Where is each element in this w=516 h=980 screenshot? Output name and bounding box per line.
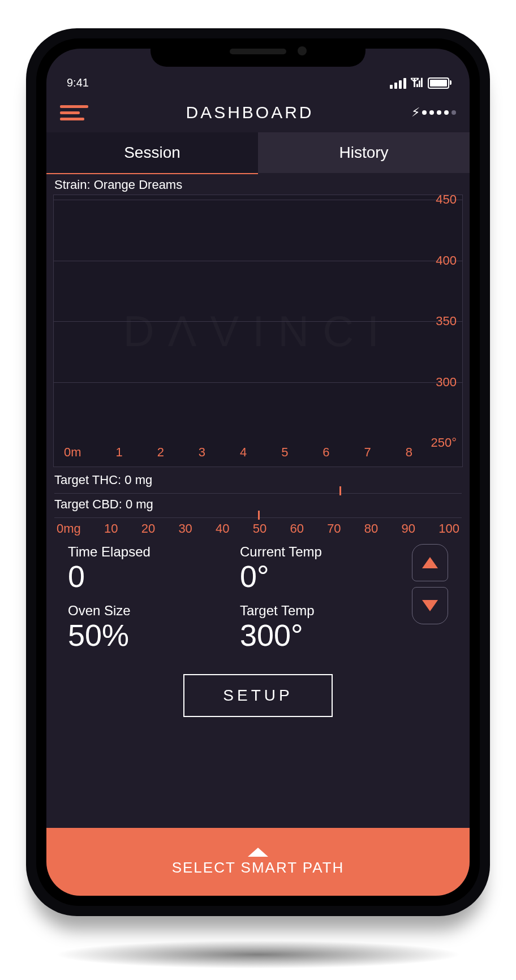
device-shadow [54,940,462,969]
target-cbd-track[interactable] [54,512,462,518]
chart-x-tick: 7 [364,445,371,460]
signal-icon [390,78,406,89]
target-sliders: Target THC: 0 mg Target CBD: 0 mg 0mg102… [46,467,470,536]
temperature-chart: DΛVINCI 0m12345678 250°300350400450 [53,195,463,467]
chart-x-tick: 6 [322,445,329,460]
chart-x-tick: 5 [281,445,288,460]
setup-button[interactable]: SETUP [183,674,333,717]
target-cbd-label: Target CBD: 0 mg [54,497,462,512]
mg-scale-tick: 80 [364,521,378,536]
chart-y-tick: 450 [436,192,457,207]
app-screen: 9:41 📶︎ DASHBOARD ⚡︎ [46,49,470,896]
chart-x-tick: 2 [157,445,164,460]
tab-session[interactable]: Session [46,132,258,173]
current-temp-value: 0° [240,559,401,594]
arrow-up-icon [422,557,438,568]
strain-label: Strain: Orange Dreams [46,173,470,195]
chart-y-tick: 250° [431,435,457,450]
target-temp-value: 300° [240,618,401,653]
mg-scale-tick: 40 [216,521,229,536]
mg-scale: 0mg102030405060708090100 [54,519,462,536]
wifi-icon: 📶︎ [411,77,423,89]
time-elapsed-value: 0 [68,559,229,594]
charge-dots [422,110,456,115]
oven-size-value: 50% [68,618,229,653]
mg-scale-tick: 0mg [57,521,81,536]
mg-scale-tick: 60 [290,521,303,536]
mg-scale-tick: 70 [327,521,341,536]
watermark-text: DΛVINCI [54,195,462,467]
mg-scale-tick: 20 [141,521,155,536]
target-thc-track[interactable] [54,487,462,494]
app-header: DASHBOARD ⚡︎ [46,93,470,132]
time-elapsed-label: Time Elapsed [68,544,229,560]
target-thc-label: Target THC: 0 mg [54,473,462,487]
phone-frame: 9:41 📶︎ DASHBOARD ⚡︎ [26,28,490,916]
chart-x-tick: 1 [115,445,122,460]
mg-scale-tick: 10 [104,521,118,536]
chart-x-tick: 0m [64,445,81,460]
arrow-down-icon [422,600,438,611]
chart-y-tick: 350 [436,314,457,329]
status-time: 9:41 [67,76,89,89]
mg-scale-tick: 50 [253,521,266,536]
target-temp-label: Target Temp [240,603,401,619]
temp-down-button[interactable] [412,587,448,624]
smart-path-drawer[interactable]: SELECT SMART PATH [46,828,470,896]
temp-adjust-buttons [412,544,448,662]
phone-notch [150,38,366,67]
chart-x-tick: 4 [240,445,247,460]
temp-up-button[interactable] [412,544,448,581]
tab-bar: Session History [46,132,470,173]
mg-scale-tick: 30 [178,521,192,536]
lightning-icon: ⚡︎ [411,105,420,120]
chart-x-tick: 3 [199,445,205,460]
chart-y-tick: 400 [436,253,457,268]
tab-history[interactable]: History [258,132,470,173]
target-thc-marker[interactable] [339,486,341,495]
chart-x-axis: 0m12345678 [54,445,428,460]
device-battery-indicator: ⚡︎ [411,105,456,120]
oven-size-label: Oven Size [68,603,229,619]
smart-path-label: SELECT SMART PATH [172,859,345,877]
menu-icon[interactable] [60,105,88,120]
battery-icon [428,77,449,89]
chart-y-tick: 300 [436,375,457,390]
chevron-up-icon [248,848,268,857]
metrics-grid: Time Elapsed 0 Oven Size 50% Current Tem… [46,536,470,662]
current-temp-label: Current Temp [240,544,401,560]
page-title: DASHBOARD [88,103,411,122]
mg-scale-tick: 100 [438,521,459,536]
chart-x-tick: 8 [406,445,412,460]
mg-scale-tick: 90 [402,521,415,536]
target-cbd-marker[interactable] [258,511,260,520]
